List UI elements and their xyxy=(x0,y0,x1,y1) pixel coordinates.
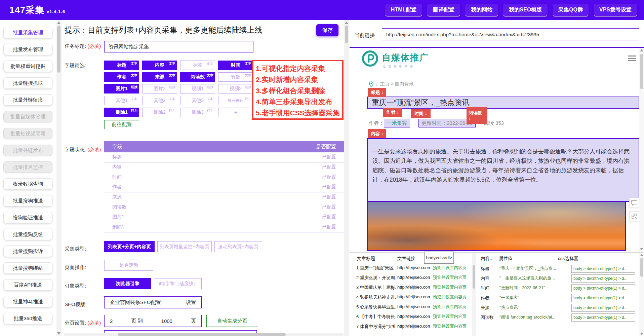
main-right-scrollbar[interactable] xyxy=(344,20,349,336)
scroll-up-arrow[interactable] xyxy=(640,49,643,51)
sidebar-item-link-grab[interactable]: 批量链接抓取 xyxy=(3,77,52,89)
article-table-scrollbar[interactable] xyxy=(472,253,476,336)
field-cell-delete3[interactable]: 删除3行为 xyxy=(180,108,215,117)
collect-type-option-incremental[interactable]: 列表页增量监控+内容页 xyxy=(157,241,212,252)
css-selector-input[interactable]: body > div:nth-of-type(1) > d... xyxy=(571,284,635,292)
menu-translate-config[interactable]: 翻译配置 xyxy=(427,4,460,16)
comment-float-button[interactable] xyxy=(629,198,639,208)
scroll-down-arrow[interactable] xyxy=(57,332,61,335)
preview-setup-link[interactable]: 预览并设置内容页 xyxy=(433,304,467,310)
sidebar-item-media-manage[interactable]: 批量自媒体管理 xyxy=(3,111,52,122)
main-left-scrollbar[interactable] xyxy=(56,20,62,336)
sidebar-item-batch-publish[interactable]: 批量发布管理 xyxy=(3,44,52,55)
scrollbar-thumb[interactable] xyxy=(57,26,61,73)
sidebar-item-video-manage[interactable]: 批量短视频管理 xyxy=(3,128,52,139)
scrollbar-thumb[interactable] xyxy=(640,54,643,89)
field-cell-title[interactable]: 标题文本 xyxy=(104,61,139,70)
hamburger-menu-icon[interactable] xyxy=(628,55,636,63)
scroll-up-arrow[interactable] xyxy=(57,22,61,24)
scroll-down-arrow[interactable] xyxy=(640,248,643,250)
css-selector-input[interactable]: body > div:nth-of-type(1) > d... xyxy=(571,304,635,312)
field-cell-image1[interactable]: 图片1链接 xyxy=(104,84,139,94)
menu-qq-group[interactable]: 采集QQ群 xyxy=(553,4,589,16)
scrollbar-thumb[interactable] xyxy=(473,265,475,289)
menu-html-config[interactable]: HTML配置 xyxy=(385,4,422,16)
field-cell-likes[interactable]: 赞数文本 xyxy=(218,72,253,82)
sidebar-item-keyword-mining[interactable]: 批量权重词挖掘 xyxy=(3,61,52,72)
sidebar-item-sogou-feedback[interactable]: 批量搜狗反馈 xyxy=(3,229,52,240)
save-button[interactable]: 保存 xyxy=(316,24,338,36)
field-cell-author[interactable]: 作者文本 xyxy=(104,72,139,82)
field-cell-time[interactable]: 时间文本 xyxy=(218,61,253,70)
menu-vps-dial[interactable]: VPS拨号设置 xyxy=(594,4,637,16)
selector-table-scrollbar[interactable] xyxy=(639,253,644,336)
scrollbar-thumb[interactable] xyxy=(345,26,348,43)
preview-scrollbar[interactable] xyxy=(639,48,644,252)
preview-setup-link[interactable]: 预览并设置内容页 xyxy=(433,294,467,300)
article-content-selection[interactable]: 一生是要来这场贾志刚的旅途。关于出去旅途，你种叠想到的会是去哪旅途呢？大部分人可… xyxy=(367,138,639,202)
sidebar-item-index-query[interactable]: 收录数据查询 xyxy=(3,178,52,190)
field-cell-other2[interactable]: 其他2文本 xyxy=(142,96,177,105)
sidebar-item-sogou-complaint[interactable]: 批量搜狗投诉 xyxy=(3,246,52,257)
auto-generate-pages-button[interactable]: 自动生成分页 xyxy=(206,315,258,327)
preview-setup-link[interactable]: 预览并设置内容页 xyxy=(433,324,467,329)
seo-settings-button[interactable]: 设置 xyxy=(186,299,196,306)
main-horizontal-scrollbar[interactable] xyxy=(64,333,344,336)
field-cell-video1[interactable]: 视频1链接 xyxy=(180,84,215,94)
field-cell-add[interactable]: + xyxy=(218,108,253,117)
sidebar-item-backlink-publish[interactable]: 批量外链发布 xyxy=(3,145,52,156)
qrcode-float-button[interactable] xyxy=(629,211,639,221)
sidebar-item-rank-monitor[interactable]: 批量排名监控 xyxy=(3,161,52,173)
field-cell-other3[interactable]: 其他3文本 xyxy=(180,96,215,105)
css-selector-input[interactable]: body > div:nth-of-type(1) > d... xyxy=(571,294,635,302)
field-cell-content[interactable]: 内容文本 xyxy=(142,61,177,70)
field-cell-tags[interactable]: 标签多文 xyxy=(180,61,215,70)
preview-setup-link[interactable]: 预览并设置内容页 xyxy=(433,314,467,320)
goto-config-button[interactable]: 前往配置 xyxy=(104,120,139,129)
field-cell-image2[interactable]: 图片2链接 xyxy=(142,84,177,94)
breadcrumb-path[interactable]: 主页 > 国内资讯 xyxy=(380,81,414,87)
task-title-input[interactable] xyxy=(104,41,253,52)
scrollbar-thumb[interactable] xyxy=(640,258,643,277)
col-article-link: 文章链接 xyxy=(397,256,415,262)
collect-type-option-scroll-list[interactable]: 滚动列表页+内容页 xyxy=(214,241,262,252)
sidebar-item-sogou-bind[interactable]: 批量搜狗绑站 xyxy=(3,262,52,274)
sidebar-item-360-push[interactable]: 批量360推送 xyxy=(3,313,52,324)
scroll-down-arrow[interactable] xyxy=(640,333,643,335)
seo-template-select[interactable]: 企业官网装修SEO配置 设置 xyxy=(104,296,202,308)
author-selection[interactable]: 一米集客 xyxy=(384,119,410,127)
preview-setup-link[interactable]: 预览并设置内容页 xyxy=(433,265,467,271)
css-selector-input[interactable]: body > div:nth-of-type(1) > d... xyxy=(571,265,635,273)
pagination-range-input[interactable]: 2 页 到 1000 页 xyxy=(104,315,202,327)
article-title-selection[interactable]: 重庆一“顶流”景区，_热点资讯 xyxy=(367,97,639,109)
sidebar-item-baidu-api-push[interactable]: 百度API推送 xyxy=(3,279,52,291)
field-cell-delete2[interactable]: 删除2行为 xyxy=(142,108,177,117)
field-cell-other1[interactable]: 其他1文本 xyxy=(104,96,139,105)
field-cell-source[interactable]: 来源文本 xyxy=(142,72,177,82)
field-cell-video2[interactable]: 视频2链接 xyxy=(218,84,253,94)
menu-my-sites[interactable]: 我的网站 xyxy=(465,4,498,16)
page-action-scroll-toggle[interactable]: 是否滚动 xyxy=(104,260,153,271)
scroll-up-arrow[interactable] xyxy=(640,254,643,256)
field-cell-delete1[interactable]: 删除1行为 xyxy=(104,108,139,117)
scrollbar-thumb[interactable] xyxy=(118,333,286,336)
sidebar-item-batch-collect[interactable]: 批量采集管理 xyxy=(3,27,52,38)
scroll-up-arrow[interactable] xyxy=(345,22,348,24)
preview-setup-link[interactable]: 预览并设置内容页 xyxy=(433,275,467,281)
field-cell-expand-button[interactable]: 展开按钮行为 xyxy=(218,96,253,105)
pagination-to[interactable]: 1000 xyxy=(161,318,172,324)
sidebar-item-sogou-verify-push[interactable]: 搜狗验证推送 xyxy=(3,212,52,223)
preview-setup-link[interactable]: 预览并设置内容页 xyxy=(433,285,467,290)
engine-option-browser[interactable]: 浏览器引擎 xyxy=(104,278,151,289)
sidebar-item-shenma-push[interactable]: 批量神马推送 xyxy=(3,296,52,307)
field-cell-reads[interactable]: 阅读数文本 xyxy=(180,72,215,82)
sidebar-item-sogou-push[interactable]: 批量搜狗推送 xyxy=(3,195,52,207)
collect-type-option-list-page[interactable]: 列表页+分页+内容页 xyxy=(104,241,155,252)
css-selector-input[interactable]: body > div:nth-of-type(1) > d... xyxy=(571,274,635,283)
sidebar-item-backlink-trace[interactable]: 批量外链留痕 xyxy=(3,94,52,106)
css-selector-input[interactable]: body > div:nth-of-type(1) > d... xyxy=(571,313,635,322)
menu-my-seo-template[interactable]: 我的SEO模版 xyxy=(503,4,548,16)
engine-option-http[interactable]: http引擎（速度快） xyxy=(154,278,202,289)
current-link-input[interactable] xyxy=(382,28,639,40)
pagination-from[interactable]: 2 xyxy=(110,318,113,324)
